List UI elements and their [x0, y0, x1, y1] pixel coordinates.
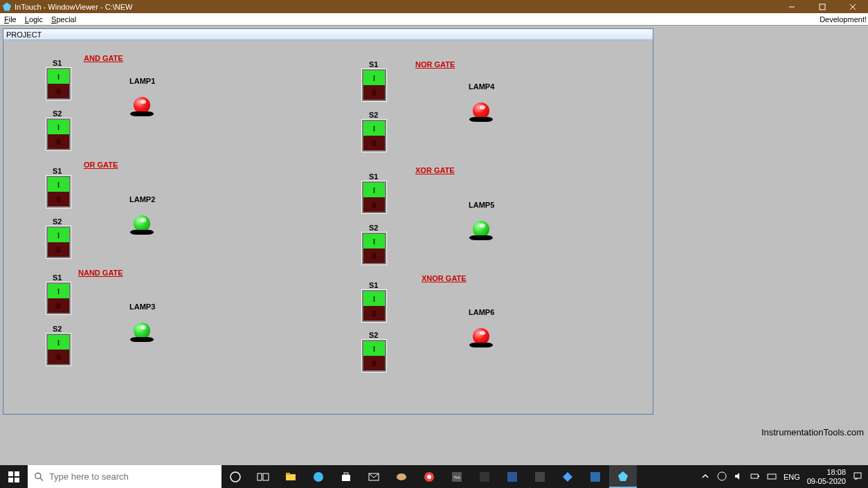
svg-rect-16	[342, 475, 350, 481]
tray-language[interactable]: ENG	[784, 473, 800, 481]
menu-logic[interactable]: Logic	[25, 15, 43, 24]
switch-bottom-half: 0	[363, 306, 385, 320]
gate-title-and: AND GATE	[84, 54, 123, 62]
tray-battery-icon[interactable]	[750, 471, 760, 482]
project-window-titlebar[interactable]: PROJECT	[3, 29, 653, 40]
svg-rect-13	[286, 474, 296, 480]
store-icon[interactable]	[332, 465, 360, 488]
switch-top-half: I	[48, 284, 69, 298]
switch-xor-s1[interactable]: I0	[362, 181, 386, 213]
gate-title-xnor: XNOR GATE	[422, 274, 467, 282]
tray-clock[interactable]: 18:08 09-05-2020	[807, 468, 846, 485]
switch-or-s1[interactable]: I0	[46, 176, 71, 208]
switch-label-xor-s1: S1	[369, 172, 378, 181]
svg-rect-26	[535, 472, 545, 482]
window-controls	[777, 0, 868, 13]
switch-and-s1[interactable]: I0	[46, 68, 71, 100]
switch-top-half: I	[48, 120, 69, 134]
file-explorer-icon[interactable]	[277, 465, 305, 488]
start-button[interactable]	[0, 465, 28, 488]
lamp-base	[130, 111, 154, 116]
titlebar: InTouch - WindowViewer - C:\NEW	[0, 0, 868, 13]
switch-top-half: I	[363, 291, 385, 306]
cortana-icon[interactable]	[221, 465, 249, 488]
lamp-label-xnor: LAMP6	[469, 308, 494, 316]
tray-network-icon[interactable]	[717, 471, 727, 482]
gate-title-nand: NAND GATE	[78, 269, 123, 277]
app-logo-icon	[3, 3, 11, 11]
tray-volume-icon[interactable]	[734, 471, 743, 482]
switch-label-and-s1: S1	[53, 59, 62, 67]
svg-text:TIA: TIA	[453, 476, 460, 480]
lamp-or	[128, 207, 156, 235]
svg-rect-11	[257, 473, 262, 480]
project-window-body: AND GATES1I0S2I0LAMP1OR GATES1I0S2I0LAMP…	[3, 40, 653, 414]
svg-rect-25	[507, 472, 517, 482]
intouch-icon[interactable]	[609, 465, 637, 488]
svg-rect-24	[480, 472, 489, 482]
switch-top-half: I	[48, 177, 69, 192]
edge-icon[interactable]	[305, 465, 332, 488]
tray-chevron-up-icon[interactable]	[700, 471, 710, 482]
paint-icon[interactable]	[388, 465, 415, 488]
switch-xnor-s2[interactable]: I0	[362, 340, 386, 372]
menu-file[interactable]: File	[4, 15, 17, 24]
mail-icon[interactable]	[360, 465, 388, 488]
switch-label-xnor-s1: S1	[369, 281, 378, 289]
menu-special[interactable]: Special	[51, 15, 76, 24]
close-button[interactable]	[838, 0, 868, 13]
minimize-button[interactable]	[777, 0, 807, 13]
lamp-nor	[467, 94, 495, 122]
switch-nand-s1[interactable]: I0	[46, 282, 71, 314]
app-icon-1[interactable]	[471, 465, 498, 488]
word-icon[interactable]	[498, 465, 526, 488]
desktop-area: PROJECT AND GATES1I0S2I0LAMP1OR GATES1I0…	[0, 26, 868, 465]
tray-notifications-icon[interactable]	[853, 471, 862, 482]
app-icon-3[interactable]	[554, 465, 581, 488]
switch-nor-s1[interactable]: I0	[362, 69, 386, 101]
lamp-and	[128, 89, 156, 116]
search-input[interactable]	[49, 471, 215, 482]
lamp-label-or: LAMP2	[129, 195, 155, 204]
tray-keyboard-icon[interactable]	[767, 471, 777, 482]
lamp-nand	[128, 314, 156, 342]
switch-xnor-s1[interactable]: I0	[362, 290, 386, 322]
gate-title-nor: NOR GATE	[415, 60, 455, 69]
app-icon-2[interactable]	[526, 465, 554, 488]
switch-top-half: I	[48, 335, 69, 350]
chrome-icon[interactable]	[415, 465, 443, 488]
task-view-icon[interactable]	[249, 465, 277, 488]
svg-line-9	[40, 478, 43, 480]
switch-label-or-s2: S2	[53, 217, 62, 226]
taskbar-search[interactable]	[28, 465, 221, 488]
taskbar: TIA ENG 18:08 09-05-2020	[0, 465, 868, 488]
svg-rect-6	[8, 478, 13, 482]
svg-rect-33	[758, 476, 759, 477]
switch-nor-s2[interactable]: I0	[362, 120, 386, 152]
maximize-button[interactable]	[807, 0, 838, 13]
switch-bottom-half: 0	[363, 197, 385, 212]
switch-bottom-half: 0	[48, 350, 69, 364]
app-icon-4[interactable]	[581, 465, 609, 488]
switch-and-s2[interactable]: I0	[46, 118, 71, 150]
switch-label-nor-s2: S2	[369, 111, 378, 119]
gate-title-or: OR GATE	[84, 161, 118, 169]
tray-time: 18:08	[807, 468, 846, 476]
switch-xor-s2[interactable]: I0	[362, 233, 386, 264]
switch-nand-s2[interactable]: I0	[46, 334, 71, 365]
switch-bottom-half: 0	[48, 134, 69, 149]
switch-label-xor-s2: S2	[369, 224, 378, 232]
switch-label-nor-s1: S1	[369, 60, 378, 69]
watermark-text: InstrumentationTools.com	[761, 427, 864, 437]
svg-rect-28	[590, 472, 600, 482]
switch-bottom-half: 0	[48, 242, 69, 257]
switch-bottom-half: 0	[48, 84, 69, 98]
svg-rect-32	[751, 474, 758, 478]
switch-top-half: I	[363, 341, 385, 356]
svg-rect-17	[344, 473, 348, 475]
switch-top-half: I	[363, 234, 385, 248]
switch-or-s2[interactable]: I0	[46, 226, 71, 258]
switch-label-nand-s2: S2	[53, 325, 62, 333]
tray-date: 09-05-2020	[807, 477, 846, 485]
tia-icon[interactable]: TIA	[443, 465, 471, 488]
